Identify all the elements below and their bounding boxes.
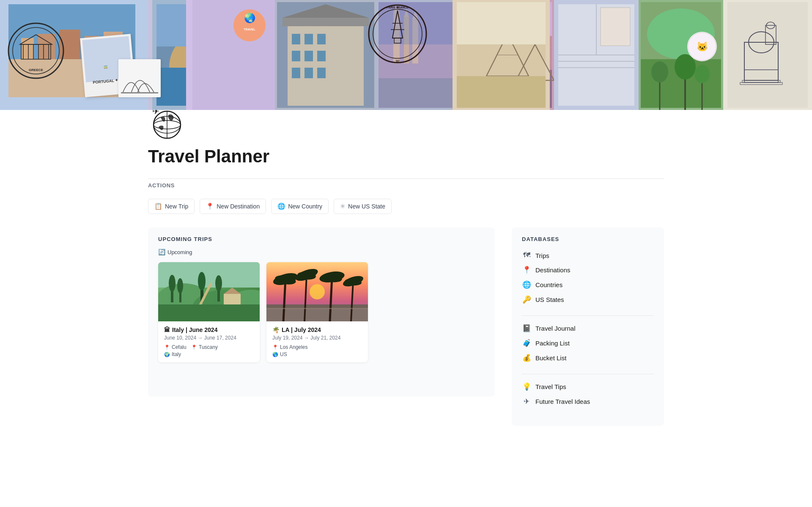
db-item-future-travel[interactable]: ✈ Future Travel Ideas — [522, 394, 654, 409]
db-tertiary-group: 💡 Travel Tips ✈ Future Travel Ideas — [522, 379, 654, 409]
db-item-destinations[interactable]: 📍 Destinations — [522, 263, 654, 277]
svg-rect-35 — [292, 68, 300, 78]
svg-text:🐱: 🐱 — [697, 41, 708, 52]
svg-point-130 — [169, 275, 176, 292]
trips-icon: 🗺 — [522, 251, 531, 260]
new-us-state-button[interactable]: ✳ New US State — [334, 199, 392, 214]
db-item-countries[interactable]: 🌐 Countries — [522, 277, 654, 292]
italy-tag-cefalu: 📍 Cefalu 📍 Tuscany — [164, 344, 254, 350]
db-item-travel-tips[interactable]: 💡 Travel Tips — [522, 379, 654, 394]
db-bucket-list-label: Bucket List — [535, 354, 566, 362]
databases-title: DATABASES — [522, 236, 654, 242]
db-item-us-states[interactable]: 🔑 US States — [522, 292, 654, 307]
svg-rect-34 — [317, 51, 326, 61]
trip-card-la[interactable]: 🌴 LA | July 2024 July 19, 2024 → July 21… — [266, 262, 368, 362]
svg-point-93 — [675, 54, 696, 79]
new-us-state-icon: ✳ — [340, 203, 346, 210]
trip-cards-container: 🏛 Italy | June 2024 June 10, 2024 → June… — [158, 262, 485, 362]
svg-rect-20 — [121, 92, 158, 93]
countries-icon: 🌐 — [522, 280, 531, 289]
new-destination-icon: 📍 — [206, 203, 214, 210]
svg-text:'87: '87 — [395, 60, 400, 63]
new-trip-icon: 📋 — [154, 203, 162, 210]
upcoming-trips-section: UPCOMING TRIPS 🔄 Upcoming — [148, 227, 495, 397]
databases-section: DATABASES 🗺 Trips 📍 Destinations 🌐 Count… — [512, 227, 664, 426]
svg-point-136 — [215, 275, 222, 291]
svg-rect-32 — [292, 51, 300, 61]
svg-rect-22 — [192, 0, 277, 110]
db-packing-list-label: Packing List — [535, 340, 570, 347]
db-primary-group: 🗺 Trips 📍 Destinations 🌐 Countries 🔑 US … — [522, 248, 654, 307]
right-column: DATABASES 🗺 Trips 📍 Destinations 🌐 Count… — [512, 227, 664, 426]
page-content: ✈ Travel Planner ACTIONS 📋 New Trip 📍 Ne… — [110, 101, 702, 426]
la-card-emoji: 🌴 — [272, 326, 280, 333]
italy-card-title: 🏛 Italy | June 2024 — [164, 326, 254, 333]
svg-rect-85 — [601, 8, 630, 46]
destinations-icon: 📍 — [522, 266, 531, 274]
svg-rect-31 — [317, 34, 326, 44]
db-travel-journal-label: Travel Journal — [535, 325, 575, 332]
db-travel-tips-label: Travel Tips — [535, 383, 566, 390]
svg-text:PARIS FRANCE: PARIS FRANCE — [387, 6, 409, 9]
svg-point-141 — [310, 284, 325, 299]
la-tag-country-icon: 🌎 — [272, 352, 278, 357]
svg-point-95 — [694, 65, 710, 83]
svg-rect-36 — [304, 68, 313, 78]
spacer — [188, 344, 189, 350]
svg-rect-30 — [304, 34, 313, 44]
travel-tips-icon: 💡 — [522, 382, 531, 391]
new-trip-button[interactable]: 📋 New Trip — [148, 199, 195, 214]
la-card-dates: July 19, 2024 → July 21, 2024 — [272, 335, 362, 341]
db-item-travel-journal[interactable]: 📓 Travel Journal — [522, 321, 654, 336]
db-divider-1 — [522, 315, 654, 316]
svg-point-91 — [651, 61, 668, 82]
la-tag-city-icon: 📍 — [272, 345, 278, 350]
new-country-button[interactable]: 🌐 New Country — [271, 199, 329, 214]
bucket-list-icon: 💰 — [522, 354, 531, 362]
banner: 🚃 PORTUGAL ✦ 🌏 TRAVEL — [0, 0, 812, 110]
svg-rect-139 — [158, 304, 260, 321]
upcoming-trips-title: UPCOMING TRIPS — [158, 236, 485, 242]
db-countries-label: Countries — [535, 281, 562, 288]
filter-label: Upcoming — [167, 249, 192, 255]
travel-journal-icon: 📓 — [522, 324, 531, 333]
db-item-trips[interactable]: 🗺 Trips — [522, 248, 654, 263]
filter-tag: 🔄 Upcoming — [158, 249, 192, 255]
la-card-image — [266, 262, 368, 321]
db-item-packing-list[interactable]: 🧳 Packing List — [522, 336, 654, 351]
packing-list-icon: 🧳 — [522, 339, 531, 348]
italy-card-body: 🏛 Italy | June 2024 June 10, 2024 → June… — [158, 321, 260, 362]
svg-rect-38 — [283, 18, 369, 26]
la-tag-country: 🌎 US — [272, 351, 362, 357]
svg-rect-29 — [292, 34, 300, 44]
svg-rect-37 — [317, 68, 326, 78]
db-item-bucket-list[interactable]: 💰 Bucket List — [522, 351, 654, 365]
trip-card-italy[interactable]: 🏛 Italy | June 2024 June 10, 2024 → June… — [158, 262, 260, 362]
svg-rect-97 — [727, 2, 808, 108]
italy-card-image — [158, 262, 260, 321]
la-card-tags: 📍 Los Angeles 🌎 US — [272, 344, 362, 357]
svg-rect-78 — [457, 2, 546, 44]
actions-row: 📋 New Trip 📍 New Destination 🌐 New Count… — [148, 199, 664, 214]
db-us-states-label: US States — [535, 296, 564, 303]
italy-tag-country: 🌍 Italy — [164, 351, 254, 357]
italy-card-emoji: 🏛 — [164, 326, 170, 333]
svg-text:TRAVEL: TRAVEL — [244, 28, 255, 31]
db-destinations-label: Destinations — [535, 266, 571, 274]
svg-rect-19 — [118, 59, 161, 97]
new-destination-button[interactable]: 📍 New Destination — [200, 199, 266, 214]
db-divider-2 — [522, 374, 654, 374]
svg-point-132 — [177, 278, 183, 293]
db-secondary-group: 📓 Travel Journal 🧳 Packing List 💰 Bucket… — [522, 321, 654, 365]
svg-text:🌏: 🌏 — [244, 12, 256, 24]
db-future-travel-label: Future Travel Ideas — [535, 398, 590, 405]
future-travel-icon: ✈ — [522, 397, 531, 406]
new-us-state-label: New US State — [348, 203, 385, 210]
svg-rect-77 — [457, 76, 546, 108]
svg-text:GREECE: GREECE — [29, 68, 43, 72]
left-column: UPCOMING TRIPS 🔄 Upcoming — [148, 227, 495, 397]
italy-tag-country-icon: 🌍 — [164, 352, 170, 357]
la-tag-city: 📍 Los Angeles — [272, 344, 362, 350]
db-trips-label: Trips — [535, 252, 549, 259]
italy-tag-tuscany-icon: 📍 — [191, 345, 197, 350]
